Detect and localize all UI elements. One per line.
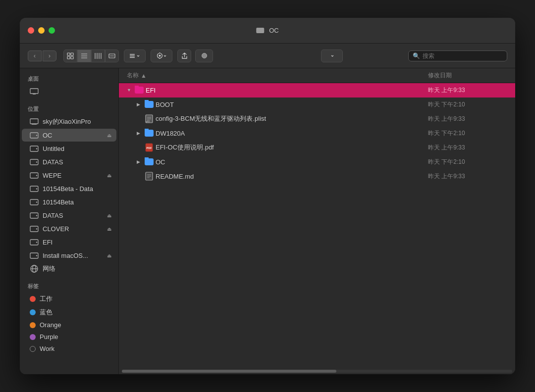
file-list: ▼ EFI 昨天 上午9:33 ▶ BOOT [119,83,515,368]
zoom-button[interactable] [49,27,55,34]
desktop-label: 桌面 [28,76,39,82]
sidebar-item-10154beta[interactable]: 10154Beta [22,196,116,208]
table-row[interactable]: ▶ OC 昨天 下午2:10 [119,155,515,169]
back-button[interactable]: ‹ [28,50,42,61]
col-date-header[interactable]: 修改日期 [428,71,507,80]
expand-arrow-oc[interactable]: ▶ [137,159,143,164]
nav-buttons: ‹ › [28,50,56,61]
network-label: 网络 [43,264,111,273]
tag-button[interactable] [195,49,213,62]
efioc-pdf-date: 昨天 上午9:33 [428,144,507,152]
sidebar-item-datas2[interactable]: DATAS ⏏ [22,209,116,222]
expand-arrow-efi[interactable]: ▼ [127,88,133,93]
wepe-drive-icon [30,171,39,180]
view-column-button[interactable] [91,49,105,62]
oc-folder-filename: OC [156,158,428,166]
search-box[interactable]: 🔍 [408,50,507,61]
dw1820-filename: DW1820A [156,130,428,137]
sidebar-item-tag-purple[interactable]: Purple [22,331,116,343]
sidebar-item-efi[interactable]: EFI [22,236,116,248]
sidebar-item-sky-xiaoxin[interactable]: sky的XiaoXinPro [22,115,116,128]
pdf-file-icon: PDF [145,143,154,152]
expand-arrow-boot[interactable]: ▶ [137,102,143,107]
network-icon [30,264,39,273]
svg-point-33 [36,175,37,176]
sidebar-item-tag-orange[interactable]: Orange [22,319,116,331]
datas2-eject-icon[interactable]: ⏏ [107,213,111,218]
svg-point-31 [36,161,37,162]
table-row[interactable]: ▼ EFI 昨天 上午9:33 [119,83,515,98]
dw1820-folder-icon [145,129,154,138]
table-row[interactable]: ▶ DW1820A 昨天 下午2:10 [119,126,515,141]
close-button[interactable] [28,27,34,34]
sidebar-item-tag-blue[interactable]: 蓝色 [22,306,116,319]
sidebar-item-tag-work-en[interactable]: Work [22,343,116,354]
arrange-dropdown-button[interactable] [124,49,146,62]
10154betadata-icon [30,184,39,193]
path-dropdown-button[interactable] [321,49,343,62]
sidebar-item-datas[interactable]: DATAS [22,155,116,168]
clover-eject-icon[interactable]: ⏏ [107,226,111,232]
toolbar: ‹ › [20,44,515,68]
work-en-tag-dot [30,346,36,352]
computer-icon [30,117,39,126]
sidebar-item-tag-work[interactable]: 工作 [22,293,116,305]
location-section-title: 位置 [20,98,118,115]
view-list-button[interactable] [77,49,91,62]
wepe-eject-icon[interactable]: ⏏ [107,173,111,178]
view-grid-button[interactable] [63,49,77,62]
action-button[interactable] [151,49,172,62]
config-plist-date: 昨天 上午9:33 [428,115,507,123]
col-date-label: 修改日期 [428,72,452,79]
oc-label: OC [43,132,103,139]
datas-label: DATAS [43,158,111,166]
sidebar-item-oc[interactable]: OC ⏏ [22,129,116,142]
share-button[interactable] [177,49,191,62]
boot-date: 昨天 下午2:10 [428,100,507,109]
untitled-drive-icon [30,144,39,153]
table-row[interactable]: ▶ plist config-3-BCM无线和蓝牙驱动列表.plist [119,112,515,126]
oc-eject-icon[interactable]: ⏏ [107,133,111,138]
efi-folder-icon [135,86,144,95]
config-plist-filename: config-3-BCM无线和蓝牙驱动列表.plist [156,114,428,123]
work-tag-label: 工作 [40,294,111,303]
titlebar: OC [20,18,515,44]
view-cover-button[interactable] [105,49,119,62]
col-name-header[interactable]: 名称 ▲ [127,71,428,80]
sidebar-item-desktop[interactable] [22,85,116,98]
table-row[interactable]: ▶ BOOT 昨天 下午2:10 [119,98,515,112]
drive-icon [256,28,264,33]
efi-date: 昨天 上午9:33 [428,86,507,95]
svg-text:plist: plist [146,120,150,123]
horizontal-scrollbar[interactable] [119,368,515,374]
search-input[interactable] [423,52,503,59]
sort-arrow: ▲ [141,72,147,79]
table-row[interactable]: ▶ README.md 昨天 上午9:33 [119,169,515,184]
sidebar-item-untitled[interactable]: Untitled [22,142,116,155]
install-macos-eject-icon[interactable]: ⏏ [107,253,111,258]
favorites-section: 桌面 [20,68,118,85]
minimize-button[interactable] [38,27,45,34]
sidebar-item-clover[interactable]: CLOVER ⏏ [22,222,116,235]
svg-point-39 [36,215,37,216]
expand-arrow-dw1820[interactable]: ▶ [137,131,143,136]
sidebar-item-network[interactable]: 网络 [22,262,116,275]
table-row[interactable]: ▶ PDF EFI-OC使用说明.pdf 昨天 上午9:33 [119,141,515,155]
svg-point-41 [36,228,37,229]
sidebar-item-wepe[interactable]: WEPE ⏏ [22,169,116,182]
sidebar-item-install-macos[interactable]: Install macOS... ⏏ [22,249,116,262]
datas-drive-icon [30,157,39,166]
md-file-icon [145,172,154,181]
10154beta-icon [30,197,39,206]
svg-rect-13 [130,54,135,55]
svg-rect-1 [71,53,73,55]
install-macos-icon [30,251,39,260]
readme-filename: README.md [156,173,428,180]
view-buttons [63,49,119,62]
window-title: OC [256,27,279,34]
svg-text:PDF: PDF [147,147,153,149]
scroll-thumb[interactable] [122,370,336,373]
sidebar-item-10154beta-data[interactable]: 10154Beta - Data [22,182,116,195]
forward-button[interactable]: › [43,50,56,61]
svg-point-43 [36,242,37,243]
